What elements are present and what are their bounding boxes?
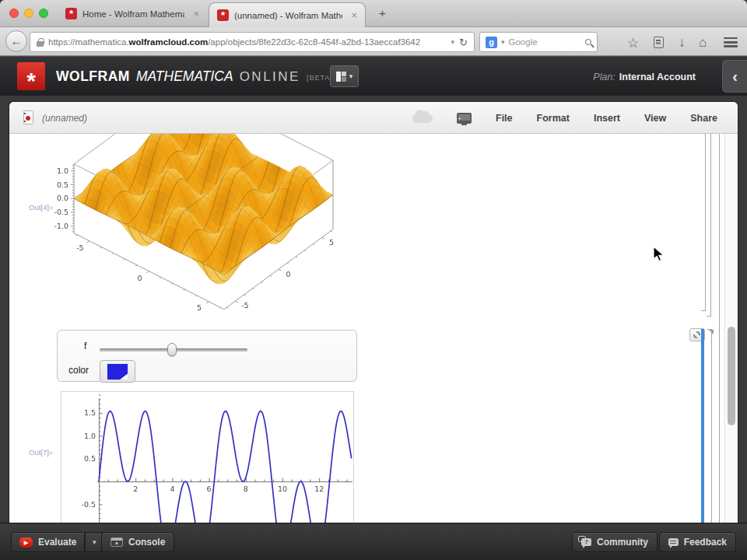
menu-file[interactable]: File: [496, 113, 513, 124]
brand-title: WOLFRAM MATHEMATICA ONLINE [BETA]: [56, 57, 333, 96]
chevron-down-icon: ▾: [349, 72, 353, 80]
tab-close-icon[interactable]: ×: [351, 9, 357, 21]
feedback-button[interactable]: Feedback: [659, 532, 736, 552]
menu-icon[interactable]: [724, 37, 738, 50]
app-header: * WOLFRAM MATHEMATICA ONLINE [BETA] ▾ Pl…: [0, 56, 747, 96]
reload-icon[interactable]: ↻: [459, 37, 468, 48]
url-text: https://mathematica.wolframcloud.com/app…: [48, 37, 420, 47]
wolfram-favicon-icon: *: [65, 8, 77, 19]
plot-frame: [61, 391, 354, 523]
selected-cell-bracket[interactable]: [701, 329, 704, 523]
lock-icon: [37, 38, 44, 47]
brand-beta-badge: [BETA]: [307, 74, 333, 82]
tab-home[interactable]: * Home - Wolfram Mathematic... ×: [58, 0, 207, 27]
evaluate-label: Evaluate: [38, 537, 76, 548]
navigation-bar: ← https://mathematica.wolframcloud.com/a…: [0, 27, 747, 56]
wolfram-logo-icon[interactable]: *: [17, 62, 45, 90]
feedback-icon: [668, 538, 679, 546]
community-icon: ?: [581, 538, 591, 546]
menu-view[interactable]: View: [644, 113, 666, 124]
notebook-toolbar: (unnamed) → File Format Insert View Shar…: [9, 102, 738, 134]
outer-cell-bracket[interactable]: [715, 134, 720, 523]
search-bar[interactable]: g ▾ Google: [479, 32, 598, 52]
cloud-icon[interactable]: [412, 114, 433, 123]
console-icon: »: [110, 537, 123, 547]
slider-label: f: [84, 341, 86, 352]
brand-wolfram: WOLFRAM: [56, 68, 130, 85]
search-placeholder: Google: [509, 37, 538, 47]
f-slider-thumb[interactable]: [167, 343, 177, 356]
bookmark-star-icon[interactable]: ☆: [627, 35, 639, 51]
page-background: (unnamed) → File Format Insert View Shar…: [0, 96, 747, 560]
color-swatch-background: [107, 363, 128, 380]
cell-bracket[interactable]: [701, 134, 706, 311]
manipulate-panel: f color: [57, 330, 357, 382]
console-label: Console: [128, 537, 165, 548]
search-icon[interactable]: [585, 39, 591, 45]
brand-online: ONLINE: [240, 69, 300, 85]
plan-status: Plan: Internal Account: [593, 57, 696, 96]
window-close-button[interactable]: [9, 9, 19, 18]
tab-close-icon[interactable]: ×: [193, 8, 199, 19]
search-engine-dropdown-icon[interactable]: ▾: [501, 38, 505, 46]
scrollbar-thumb[interactable]: [728, 327, 735, 425]
wolfram-favicon-icon: *: [217, 9, 229, 21]
evaluate-play-icon: ▶: [19, 537, 33, 548]
tab-unnamed[interactable]: * (unnamed) - Wolfram Mathe... ×: [209, 2, 366, 27]
browser-window: * Home - Wolfram Mathematic... × * (unna…: [0, 0, 747, 560]
line-plot-2d: [61, 392, 353, 523]
layout-switcher-button[interactable]: ▾: [330, 65, 359, 87]
bookmarks-list-icon[interactable]: [654, 37, 664, 48]
cell-group-bracket[interactable]: [707, 329, 712, 523]
brand-mathematica: MATHEMATICA: [136, 68, 233, 85]
gear-icon: [693, 331, 700, 338]
output-label-7: Out[7]=: [29, 448, 53, 457]
menu-share[interactable]: Share: [690, 113, 717, 124]
console-button[interactable]: » Console: [101, 532, 174, 552]
evaluate-button-group: ▶ Evaluate ▾: [11, 532, 103, 552]
tab-title: (unnamed) - Wolfram Mathe...: [234, 11, 342, 20]
menu-format[interactable]: Format: [537, 113, 570, 124]
color-swatch: [107, 364, 128, 380]
url-dropdown-icon[interactable]: ▾: [451, 38, 455, 46]
color-label: color: [68, 365, 89, 376]
notebook-content: Out[4]= f color: [9, 134, 738, 523]
plan-label: Plan:: [593, 72, 615, 82]
window-zoom-button[interactable]: [39, 9, 48, 18]
surface-plot-3d[interactable]: [40, 134, 367, 325]
google-icon: g: [486, 37, 497, 48]
back-button[interactable]: ←: [5, 30, 27, 52]
feedback-label: Feedback: [684, 537, 727, 548]
home-icon[interactable]: ⌂: [699, 35, 707, 51]
tab-bar: * Home - Wolfram Mathematic... × * (unna…: [0, 0, 747, 27]
notebook-menu-bar: → File Format Insert View Share: [412, 102, 738, 134]
notebook-window: (unnamed) → File Format Insert View Shar…: [9, 102, 738, 523]
sidebar-collapse-button[interactable]: ‹: [722, 60, 747, 93]
menu-insert[interactable]: Insert: [594, 113, 620, 124]
notebook-file-icon: [23, 110, 33, 124]
url-bar[interactable]: https://mathematica.wolframcloud.com/app…: [30, 32, 475, 52]
color-picker-button[interactable]: [100, 360, 135, 383]
layout-grid-icon: [336, 72, 346, 82]
downloads-icon[interactable]: ↓: [679, 35, 686, 51]
notebook-title: (unnamed): [42, 102, 87, 134]
scrollbar-track[interactable]: [724, 134, 738, 523]
community-button[interactable]: ? Community: [572, 532, 658, 552]
plan-value: Internal Account: [619, 72, 696, 82]
community-label: Community: [597, 537, 648, 548]
window-minimize-button[interactable]: [24, 9, 33, 18]
new-tab-button[interactable]: +: [373, 6, 392, 19]
evaluate-button[interactable]: ▶ Evaluate: [11, 532, 85, 552]
bottom-bar: ▶ Evaluate ▾ » Console ? Community Feedb…: [0, 523, 747, 560]
cell-group-bracket[interactable]: [707, 134, 711, 317]
open-in-desktop-icon[interactable]: →: [457, 113, 472, 124]
tab-title: Home - Wolfram Mathematic...: [82, 9, 184, 19]
